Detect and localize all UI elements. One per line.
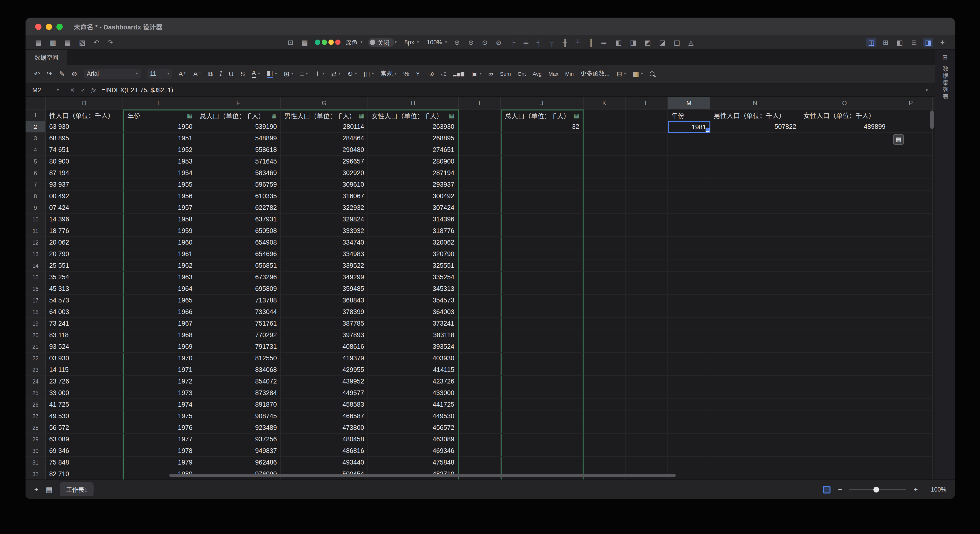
- cell-N17[interactable]: [710, 295, 800, 306]
- font-color-button[interactable]: A: [249, 67, 263, 80]
- borders-button[interactable]: ⊞: [281, 69, 296, 79]
- cell-D1[interactable]: 性人口（单位：千人）: [46, 110, 123, 121]
- cell-E12[interactable]: 1960: [123, 237, 196, 249]
- underline-button[interactable]: U: [226, 69, 236, 79]
- cell-P19[interactable]: [889, 318, 933, 330]
- cell-D15[interactable]: 35 254: [46, 272, 123, 283]
- cell-J14[interactable]: [501, 260, 584, 272]
- align-top-icon[interactable]: ┬: [547, 37, 556, 47]
- cell-K20[interactable]: [584, 330, 625, 341]
- table-badge-icon[interactable]: ▦: [271, 113, 277, 118]
- cell-N14[interactable]: [710, 260, 800, 272]
- component-grid-icon[interactable]: ▦: [300, 37, 310, 47]
- cell-L26[interactable]: [625, 399, 668, 411]
- text-wrap-button[interactable]: ⇄: [328, 69, 344, 79]
- canvas-view-toggle-icon[interactable]: ⊞: [881, 37, 890, 47]
- cell-D4[interactable]: 74 651: [46, 144, 123, 156]
- cell-N30[interactable]: [710, 445, 800, 457]
- theme-palette-dropdown[interactable]: 深色: [315, 38, 363, 47]
- cell-D11[interactable]: 18 776: [46, 225, 123, 237]
- cell-K11[interactable]: [584, 225, 625, 237]
- cell-M16[interactable]: [668, 283, 710, 295]
- cell-L20[interactable]: [625, 330, 668, 341]
- cell-G25[interactable]: 449577: [281, 387, 368, 399]
- cell-I15[interactable]: [459, 272, 501, 283]
- cell-N2[interactable]: 507822: [710, 121, 800, 133]
- cell-O20[interactable]: [800, 330, 889, 341]
- font-size-decrease-button[interactable]: A⁻: [190, 69, 204, 79]
- cell-reference-box[interactable]: M2: [25, 83, 64, 96]
- cell-G21[interactable]: 408616: [281, 341, 368, 352]
- cell-K25[interactable]: [584, 387, 625, 399]
- cell-L17[interactable]: [625, 295, 668, 306]
- sum-button[interactable]: Sum: [497, 69, 514, 78]
- cell-F17[interactable]: 713788: [196, 295, 281, 306]
- row-header-28[interactable]: 28: [25, 422, 46, 434]
- cell-D8[interactable]: 00 492: [46, 191, 123, 202]
- align-middle-vertical-icon[interactable]: ╫: [561, 37, 570, 47]
- cell-K15[interactable]: [584, 272, 625, 283]
- cell-F24[interactable]: 854072: [196, 376, 281, 387]
- cell-O6[interactable]: [800, 167, 889, 179]
- cell-P26[interactable]: [889, 399, 933, 411]
- cell-I2[interactable]: [459, 121, 501, 133]
- cell-I12[interactable]: [459, 237, 501, 249]
- cell-N15[interactable]: [710, 272, 800, 283]
- cell-P23[interactable]: [889, 364, 933, 376]
- cell-H12[interactable]: 320062: [368, 237, 459, 249]
- cell-P6[interactable]: [889, 167, 933, 179]
- cell-E10[interactable]: 1958: [123, 214, 196, 225]
- cell-L10[interactable]: [625, 214, 668, 225]
- font-family-select[interactable]: Arial: [84, 69, 141, 79]
- cell-G29[interactable]: 480458: [281, 434, 368, 445]
- currency-format-button[interactable]: ¥: [413, 69, 423, 79]
- cell-H15[interactable]: 335254: [368, 272, 459, 283]
- cell-K14[interactable]: [584, 260, 625, 272]
- cell-F26[interactable]: 891870: [196, 399, 281, 411]
- cell-M10[interactable]: [668, 214, 710, 225]
- undo-icon[interactable]: ↶: [31, 69, 43, 79]
- cell-K6[interactable]: [584, 167, 625, 179]
- cell-M18[interactable]: [668, 306, 710, 318]
- cell-H21[interactable]: 393524: [368, 341, 459, 352]
- dataset-list-label[interactable]: 数据集列表: [940, 65, 950, 100]
- cell-J4[interactable]: [501, 144, 584, 156]
- cell-E6[interactable]: 1954: [123, 167, 196, 179]
- row-header-31[interactable]: 31: [25, 457, 46, 469]
- add-sheet-button[interactable]: [34, 486, 38, 493]
- cell-L6[interactable]: [625, 167, 668, 179]
- column-header-H[interactable]: H: [368, 97, 459, 109]
- cell-J13[interactable]: [501, 249, 584, 260]
- cell-M23[interactable]: [668, 364, 710, 376]
- cell-K27[interactable]: [584, 411, 625, 422]
- cell-F16[interactable]: 695809: [196, 283, 281, 295]
- cell-J26[interactable]: [501, 399, 584, 411]
- cell-H4[interactable]: 274651: [368, 144, 459, 156]
- cell-D30[interactable]: 69 346: [46, 445, 123, 457]
- cell-K28[interactable]: [584, 422, 625, 434]
- cell-H5[interactable]: 280900: [368, 156, 459, 167]
- cell-E19[interactable]: 1967: [123, 318, 196, 330]
- cell-I1[interactable]: [459, 110, 501, 121]
- cell-D26[interactable]: 41 725: [46, 399, 123, 411]
- percent-format-button[interactable]: %: [400, 69, 412, 79]
- left-panel-toggle-icon[interactable]: ◧: [895, 37, 905, 47]
- cell-F3[interactable]: 548899: [196, 133, 281, 144]
- row-header-27[interactable]: 27: [25, 411, 46, 422]
- cell-I14[interactable]: [459, 260, 501, 272]
- cell-G23[interactable]: 429955: [281, 364, 368, 376]
- cell-M9[interactable]: [668, 202, 710, 214]
- row-header-3[interactable]: 3: [25, 133, 46, 144]
- cell-E14[interactable]: 1962: [123, 260, 196, 272]
- cell-J9[interactable]: [501, 202, 584, 214]
- cell-I30[interactable]: [459, 445, 501, 457]
- cell-L4[interactable]: [625, 144, 668, 156]
- cell-L29[interactable]: [625, 434, 668, 445]
- cell-M1[interactable]: 年份: [668, 110, 710, 121]
- cell-G10[interactable]: 329824: [281, 214, 368, 225]
- cell-M28[interactable]: [668, 422, 710, 434]
- cell-O22[interactable]: [800, 352, 889, 364]
- stroke-width-dropdown[interactable]: 8px: [402, 39, 419, 46]
- cell-I21[interactable]: [459, 341, 501, 352]
- cell-G19[interactable]: 387785: [281, 318, 368, 330]
